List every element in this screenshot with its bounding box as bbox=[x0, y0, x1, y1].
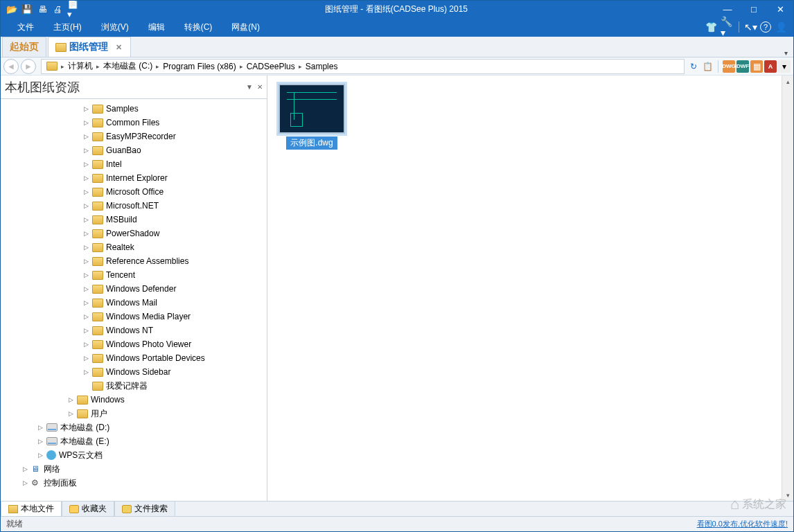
tree-item-wps[interactable]: ▷WPS云文档 bbox=[1, 448, 267, 462]
expander-icon[interactable]: ▷ bbox=[37, 438, 44, 445]
print-icon[interactable]: 🖶 bbox=[37, 3, 48, 15]
tree-item-microsoft-office[interactable]: ▷Microsoft Office bbox=[1, 185, 267, 199]
expander-icon[interactable]: ▷ bbox=[82, 161, 90, 168]
sidebar-menu-icon[interactable]: ▼ bbox=[246, 83, 253, 91]
tree-item-windows[interactable]: ▷Windows bbox=[1, 393, 267, 407]
tree-item-powershadow[interactable]: ▷PowerShadow bbox=[1, 227, 267, 240]
tree-item-samples[interactable]: ▷Samples bbox=[1, 102, 267, 116]
content-scrollbar[interactable]: ▴ ▾ bbox=[782, 76, 793, 501]
expander-icon[interactable]: ▷ bbox=[82, 327, 90, 335]
copy-icon[interactable]: 📋 bbox=[701, 60, 714, 73]
expander-icon[interactable]: ▷ bbox=[21, 466, 29, 473]
expander-icon[interactable]: ▷ bbox=[82, 119, 90, 127]
tree-item-users[interactable]: ▷用户 bbox=[1, 407, 267, 420]
tree-item-msbuild[interactable]: ▷MSBuild bbox=[1, 213, 267, 227]
expander-icon[interactable]: ▷ bbox=[82, 216, 90, 224]
filter-dwg-icon[interactable]: DWG bbox=[723, 60, 735, 73]
file-item[interactable]: 示例图.dwg bbox=[276, 84, 348, 150]
menu-edit[interactable]: 编辑 bbox=[139, 19, 175, 36]
tree-item-windows-sidebar[interactable]: ▷Windows Sidebar bbox=[1, 365, 267, 379]
expander-icon[interactable]: ▷ bbox=[82, 202, 90, 210]
tree-item-windows-mail[interactable]: ▷Windows Mail bbox=[1, 296, 267, 310]
breadcrumb-samples[interactable]: Samples bbox=[303, 62, 340, 71]
bottom-tab-favorites[interactable]: 收藏夹 bbox=[62, 502, 114, 516]
menu-browse[interactable]: 浏览(V) bbox=[91, 19, 139, 36]
tree-item-windows-photo-viewer[interactable]: ▷Windows Photo Viewer bbox=[1, 337, 267, 351]
status-link[interactable]: 看图0.0发布,优化软件速度! bbox=[697, 519, 788, 529]
expander-icon[interactable]: ▷ bbox=[82, 244, 90, 251]
tree-item-windows-nt[interactable]: ▷Windows NT bbox=[1, 323, 267, 337]
menu-file[interactable]: 文件 bbox=[8, 19, 44, 36]
tab-start[interactable]: 起始页 bbox=[2, 37, 46, 57]
expander-icon[interactable]: ▷ bbox=[82, 313, 90, 321]
wrench-icon[interactable]: 🔧▾ bbox=[721, 20, 734, 34]
expander-icon[interactable]: ▷ bbox=[82, 341, 90, 348]
expander-icon[interactable]: ▷ bbox=[37, 424, 44, 432]
breadcrumb-app[interactable]: CADSeePlus bbox=[245, 62, 297, 71]
expander-icon[interactable]: ▷ bbox=[82, 272, 90, 279]
expander-icon[interactable]: ▷ bbox=[67, 396, 75, 404]
filter-dwf-icon[interactable]: DWF bbox=[736, 60, 749, 73]
breadcrumb-program-files[interactable]: Program Files (x86) bbox=[161, 62, 238, 71]
expander-icon[interactable]: ▷ bbox=[82, 285, 90, 293]
tree-item-tencent[interactable]: ▷Tencent bbox=[1, 268, 267, 282]
menu-convert[interactable]: 转换(C) bbox=[175, 19, 222, 36]
breadcrumb-root-icon[interactable] bbox=[44, 62, 60, 71]
close-tab-icon[interactable]: ✕ bbox=[114, 42, 123, 52]
menu-home[interactable]: 主页(H) bbox=[44, 19, 91, 36]
filter-pdf-icon[interactable]: A bbox=[764, 60, 777, 73]
tree-item-drive-d[interactable]: ▷本地磁盘 (D:) bbox=[1, 420, 267, 434]
expander-icon[interactable]: ▷ bbox=[82, 147, 90, 154]
tree-item--[interactable]: 我爱记牌器 bbox=[1, 379, 267, 393]
tree-item-network[interactable]: ▷网络 bbox=[1, 462, 267, 476]
breadcrumb[interactable]: ▸ 计算机 ▸ 本地磁盘 (C:) ▸ Program Files (x86) … bbox=[41, 59, 685, 74]
nav-forward-button[interactable]: ► bbox=[21, 59, 36, 74]
filter-dropdown-icon[interactable]: ▾ bbox=[778, 60, 791, 73]
expander-icon[interactable]: ▷ bbox=[82, 175, 90, 182]
cursor-icon[interactable]: ↖▾ bbox=[743, 20, 757, 34]
tree-item-control-panel[interactable]: ▷控制面板 bbox=[1, 476, 267, 490]
expander-icon[interactable]: ▷ bbox=[37, 452, 44, 459]
export-icon[interactable]: 📄▾ bbox=[67, 3, 78, 15]
expander-icon[interactable]: ▷ bbox=[67, 410, 75, 418]
expander-icon[interactable]: ▷ bbox=[82, 258, 90, 265]
expander-icon[interactable]: ▷ bbox=[21, 479, 29, 487]
save-icon[interactable]: 💾 bbox=[21, 3, 33, 15]
tree-item-drive-e[interactable]: ▷本地磁盘 (E:) bbox=[1, 434, 267, 448]
scroll-down-icon[interactable]: ▾ bbox=[782, 489, 793, 501]
help-icon[interactable]: ? bbox=[760, 21, 771, 33]
tree-item-common-files[interactable]: ▷Common Files bbox=[1, 116, 267, 130]
expander-icon[interactable]: ▷ bbox=[82, 230, 90, 238]
tree-item-windows-media-player[interactable]: ▷Windows Media Player bbox=[1, 310, 267, 323]
tree-item-windows-portable-devices[interactable]: ▷Windows Portable Devices bbox=[1, 351, 267, 365]
close-button[interactable]: ✕ bbox=[767, 1, 793, 17]
print-preview-icon[interactable]: 🖨 bbox=[52, 3, 63, 15]
breadcrumb-computer[interactable]: 计算机 bbox=[66, 60, 95, 72]
tree-item-reference-assemblies[interactable]: ▷Reference Assemblies bbox=[1, 254, 267, 268]
expander-icon[interactable]: ▷ bbox=[82, 299, 90, 307]
tree-item-microsoft-net[interactable]: ▷Microsoft.NET bbox=[1, 199, 267, 213]
nav-back-button[interactable]: ◄ bbox=[3, 59, 19, 74]
sidebar-close-icon[interactable]: ✕ bbox=[257, 83, 263, 91]
expander-icon[interactable] bbox=[82, 382, 90, 390]
tree-item-intel[interactable]: ▷Intel bbox=[1, 157, 267, 171]
menu-cloud[interactable]: 网盘(N) bbox=[222, 19, 270, 36]
open-icon[interactable]: 📂 bbox=[6, 3, 17, 15]
skin-icon[interactable]: 👕 bbox=[704, 20, 718, 34]
tree-item-realtek[interactable]: ▷Realtek bbox=[1, 240, 267, 254]
tab-drawings[interactable]: 图纸管理 ✕ bbox=[48, 37, 131, 57]
tree-item-guanbao[interactable]: ▷GuanBao bbox=[1, 143, 267, 157]
bottom-tab-search[interactable]: 文件搜索 bbox=[114, 502, 175, 516]
maximize-button[interactable]: □ bbox=[741, 1, 767, 17]
breadcrumb-drive[interactable]: 本地磁盘 (C:) bbox=[101, 60, 155, 72]
expander-icon[interactable]: ▷ bbox=[82, 188, 90, 196]
tab-overflow-icon[interactable]: ▾ bbox=[784, 49, 793, 57]
expander-icon[interactable]: ▷ bbox=[82, 133, 90, 141]
file-pane[interactable]: 示例图.dwg ▴ ▾ bbox=[267, 76, 793, 501]
tree-item-easymp3recorder[interactable]: ▷EasyMP3Recorder bbox=[1, 130, 267, 143]
expander-icon[interactable]: ▷ bbox=[82, 369, 90, 376]
user-icon[interactable]: 👤 bbox=[774, 20, 788, 34]
bottom-tab-local[interactable]: 本地文件 bbox=[1, 502, 62, 516]
tree-item-windows-defender[interactable]: ▷Windows Defender bbox=[1, 282, 267, 296]
folder-tree[interactable]: ▷Samples▷Common Files▷EasyMP3Recorder▷Gu… bbox=[1, 99, 267, 501]
